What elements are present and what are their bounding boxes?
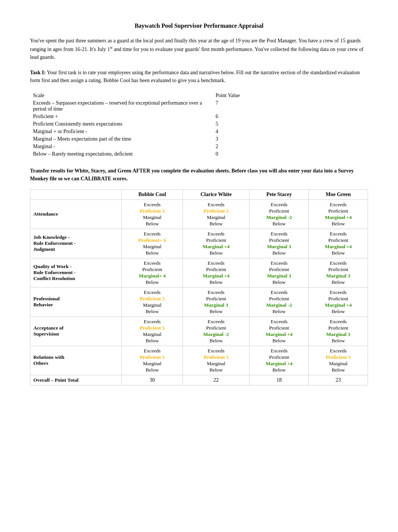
- scale-row: Exceeds – Surpasses expectations – reser…: [30, 99, 247, 113]
- eval-row: ProfessionalBehaviorExceedsProficient 5M…: [30, 287, 368, 316]
- eval-cell-r4-c0: ExceedsProficient 5MarginalBelow: [122, 316, 183, 346]
- eval-row-label-4: Acceptance ofSupervision: [30, 316, 122, 346]
- task-label: Task I:: [30, 70, 46, 75]
- eval-row: Quality of Work -Rule Enforcement -Confl…: [30, 258, 368, 287]
- eval-cell-r2-c2: ExceedsProficientMarginal 3Below: [250, 258, 309, 287]
- intro-paragraph: You've spent the past three summers as a…: [30, 37, 368, 61]
- eval-row: Job Knowledge -Rule Enforcement -Judgmen…: [30, 229, 368, 258]
- task-body: Your first task is to rate your employee…: [30, 70, 360, 83]
- eval-row: Relations withOthersExceedsProficient 5M…: [30, 346, 368, 375]
- scale-row-label: Proficient Consistently meets expectatio…: [30, 120, 212, 128]
- scale-row-value: 7: [212, 99, 247, 113]
- scale-row: Proficient Consistently meets expectatio…: [30, 120, 247, 128]
- eval-col-category: [30, 189, 122, 199]
- eval-cell-r1-c3: ExceedsProficientMarginal +4Below: [309, 229, 368, 258]
- eval-cell-r5-c2: ExceedsProficientMarginal +4Below: [250, 346, 309, 375]
- eval-cell-r3-c2: ExceedsProficientMarginal -2Below: [250, 287, 309, 316]
- eval-cell-r1-c0: ExceedsProficient+ 6MarginalBelow: [122, 229, 183, 258]
- eval-cell-r0-c3: ExceedsProficientMarginal +4Below: [309, 199, 368, 229]
- evaluation-table: Bobbie CoolClarice WhitePete StaceyMoe G…: [30, 189, 368, 385]
- overall-label: Overall – Point Total: [30, 375, 122, 385]
- eval-cell-r4-c2: ExceedsProficientMarginal +4Below: [250, 316, 309, 346]
- eval-cell-r0-c2: ExceedsProficientMarginal -2Below: [250, 199, 309, 229]
- eval-cell-r2-c3: ExceedsProficientMarginal 3Below: [309, 258, 368, 287]
- eval-col-person-3: Pete Stacey: [250, 189, 309, 199]
- eval-cell-r5-c3: ExceedsProficient 5MarginalBelow: [309, 346, 368, 375]
- eval-row: Acceptance ofSupervisionExceedsProficien…: [30, 316, 368, 346]
- scale-row-label: Exceeds – Surpasses expectations – reser…: [30, 99, 212, 113]
- scale-col-header: Scale: [30, 92, 212, 99]
- eval-cell-r0-c1: ExceedsProficient 5MarginalBelow: [183, 199, 249, 229]
- scale-row-value: 4: [212, 128, 247, 135]
- scale-row: Marginal – Meets expectations part of th…: [30, 135, 247, 143]
- scale-row-value: 0: [212, 150, 247, 158]
- eval-col-person-2: Clarice White: [183, 189, 249, 199]
- scale-row-label: Marginal – Meets expectations part of th…: [30, 135, 212, 143]
- overall-value-3: 23: [309, 375, 368, 385]
- scale-row-value: 6: [212, 113, 247, 120]
- eval-cell-r0-c0: ExceedsProficient 5MarginalBelow: [122, 199, 183, 229]
- scale-row-value: 3: [212, 135, 247, 143]
- scale-row: Marginal + or Proficient - 4: [30, 128, 247, 135]
- eval-cell-r1-c2: ExceedsProficientMarginal 3Below: [250, 229, 309, 258]
- scale-table: Scale Point Value Exceeds – Surpasses ex…: [30, 92, 247, 158]
- scale-row-label: Proficient +: [30, 113, 212, 120]
- scale-row: Marginal - 2: [30, 143, 247, 150]
- eval-cell-r5-c0: ExceedsProficient 5MarginalBelow: [122, 346, 183, 375]
- eval-cell-r4-c1: ExceedsProficientMarginal -2Below: [183, 316, 249, 346]
- task-paragraph: Task I: Your first task is to rate your …: [30, 69, 368, 84]
- overall-value-0: 30: [122, 375, 183, 385]
- scale-row-value: 2: [212, 143, 247, 150]
- eval-cell-r5-c1: ExceedsProficient 5MarginalBelow: [183, 346, 249, 375]
- page-title: Baywatch Pool Supervisor Performance App…: [30, 22, 368, 29]
- scale-row-label: Below – Rarely meeting expectations, def…: [30, 150, 212, 158]
- overall-value-2: 18: [250, 375, 309, 385]
- scale-row: Below – Rarely meeting expectations, def…: [30, 150, 247, 158]
- eval-cell-r2-c0: ExceedsProficientMarginal+ 4Below: [122, 258, 183, 287]
- eval-cell-r4-c3: ExceedsProficientMarginal 3Below: [309, 316, 368, 346]
- eval-col-person-4: Moe Green: [309, 189, 368, 199]
- eval-row-label-2: Quality of Work -Rule Enforcement -Confl…: [30, 258, 122, 287]
- eval-row-label-3: ProfessionalBehavior: [30, 287, 122, 316]
- eval-row-label-5: Relations withOthers: [30, 346, 122, 375]
- scale-row-label: Marginal -: [30, 143, 212, 150]
- eval-row-label-1: Job Knowledge -Rule Enforcement -Judgmen…: [30, 229, 122, 258]
- eval-cell-r3-c0: ExceedsProficient 5MarginalBelow: [122, 287, 183, 316]
- eval-col-person-1: Bobbie Cool: [122, 189, 183, 199]
- eval-cell-r1-c1: ExceedsProficientMarginal +4Below: [183, 229, 249, 258]
- scale-row-value: 5: [212, 120, 247, 128]
- eval-cell-r2-c1: ExceedsProficientMarginal +4Below: [183, 258, 249, 287]
- eval-row-label-0: Attendance: [30, 199, 122, 229]
- overall-value-1: 22: [183, 375, 249, 385]
- scale-row-label: Marginal + or Proficient -: [30, 128, 212, 135]
- eval-cell-r3-c3: ExceedsProficientMarginal +4Below: [309, 287, 368, 316]
- scale-point-header: Point Value: [212, 92, 247, 99]
- eval-cell-r3-c1: ExceedsProficientMarginal 3Below: [183, 287, 249, 316]
- transfer-notice: Transfer results for White, Stacey, and …: [30, 167, 368, 183]
- overall-row: Overall – Point Total30221823: [30, 375, 368, 385]
- eval-row: AttendanceExceedsProficient 5MarginalBel…: [30, 199, 368, 229]
- scale-row: Proficient + 6: [30, 113, 247, 120]
